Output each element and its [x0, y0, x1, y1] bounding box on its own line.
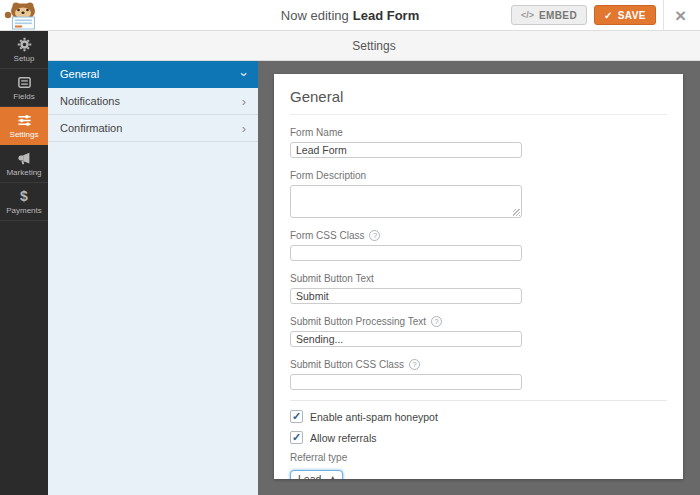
general-settings-panel: General Form Name Form Description: [274, 74, 683, 479]
form-title: Lead Form: [353, 8, 419, 23]
anti-spam-label: Enable anti-spam honeypot: [310, 411, 438, 423]
section-divider: [290, 400, 667, 401]
allow-referrals-label: Allow referrals: [310, 432, 377, 444]
save-button-label: SAVE: [618, 10, 646, 21]
form-name-input[interactable]: [290, 142, 522, 158]
top-bar-divider: [663, 0, 664, 30]
sidebar-item-fields[interactable]: Fields: [0, 69, 48, 107]
chevron-right-icon: ›: [242, 95, 246, 108]
submit-processing-text-label: Submit Button Processing Text: [290, 316, 426, 327]
settings-subnav: General › Notifications › Confirmation ›: [48, 61, 258, 495]
form-description-textarea[interactable]: [290, 185, 522, 218]
megaphone-icon: [17, 151, 32, 166]
form-name-label: Form Name: [290, 127, 343, 138]
now-editing-label: Now editing: [281, 8, 349, 23]
resize-grip[interactable]: [513, 209, 520, 216]
help-icon[interactable]: ?: [431, 316, 442, 327]
subnav-item-general[interactable]: General ›: [48, 61, 258, 88]
form-css-class-input[interactable]: [290, 245, 522, 261]
fields-icon: [17, 75, 32, 90]
submit-css-class-input[interactable]: [290, 374, 522, 390]
sidebar-item-label: Setup: [14, 54, 35, 63]
help-icon[interactable]: ?: [369, 230, 380, 241]
sliders-icon: [17, 113, 32, 128]
top-bar-actions: </> EMBED ✓ SAVE ×: [511, 0, 700, 30]
embed-button-label: EMBED: [539, 10, 577, 21]
referral-type-label: Referral type: [290, 452, 667, 463]
code-icon: </>: [521, 10, 534, 20]
gear-icon: [17, 37, 32, 52]
select-arrows-icon: ▲ ▼: [330, 475, 335, 480]
check-icon: ✓: [604, 10, 613, 21]
subnav-item-notifications[interactable]: Notifications ›: [48, 88, 258, 115]
dollar-icon: $: [20, 189, 28, 204]
page-title: General: [290, 88, 667, 115]
form-description-label: Form Description: [290, 170, 366, 181]
panel-title-bar: Settings: [48, 31, 700, 61]
submit-button-text-input[interactable]: [290, 288, 522, 304]
top-bar: Now editing Lead Form </> EMBED ✓ SAVE ×: [0, 0, 700, 31]
submit-processing-text-input[interactable]: [290, 331, 522, 347]
help-icon[interactable]: ?: [409, 359, 420, 370]
builder-sidebar: Setup Fields: [0, 31, 48, 495]
referral-type-select[interactable]: Lead ▲ ▼: [290, 470, 343, 479]
close-icon[interactable]: ×: [671, 6, 690, 25]
checkbox-checked[interactable]: ✓: [290, 410, 303, 423]
form-css-class-label: Form CSS Class: [290, 230, 364, 241]
allow-referrals-checkbox-row[interactable]: ✓ Allow referrals: [290, 431, 667, 444]
sidebar-item-payments[interactable]: $ Payments: [0, 183, 48, 221]
sidebar-item-setup[interactable]: Setup: [0, 31, 48, 69]
settings-content-area: General Form Name Form Description: [258, 61, 700, 495]
anti-spam-checkbox-row[interactable]: ✓ Enable anti-spam honeypot: [290, 410, 667, 423]
sidebar-item-marketing[interactable]: Marketing: [0, 145, 48, 183]
checkbox-checked[interactable]: ✓: [290, 431, 303, 444]
referral-type-value: Lead: [298, 473, 321, 479]
sidebar-item-label: Fields: [13, 92, 34, 101]
subnav-item-label: Notifications: [60, 95, 120, 107]
chevron-down-icon: ›: [237, 72, 250, 76]
sidebar-item-label: Settings: [10, 130, 39, 139]
sidebar-item-settings[interactable]: Settings: [0, 107, 48, 145]
sidebar-item-label: Marketing: [6, 168, 41, 177]
subnav-item-label: Confirmation: [60, 122, 122, 134]
subnav-item-confirmation[interactable]: Confirmation ›: [48, 115, 258, 142]
save-button[interactable]: ✓ SAVE: [594, 5, 656, 25]
submit-css-class-label: Submit Button CSS Class: [290, 359, 404, 370]
subnav-item-label: General: [60, 68, 99, 80]
panel-title: Settings: [352, 39, 395, 53]
chevron-right-icon: ›: [242, 122, 246, 135]
sidebar-item-label: Payments: [6, 206, 42, 215]
submit-button-text-label: Submit Button Text: [290, 273, 374, 284]
embed-button[interactable]: </> EMBED: [511, 5, 587, 25]
